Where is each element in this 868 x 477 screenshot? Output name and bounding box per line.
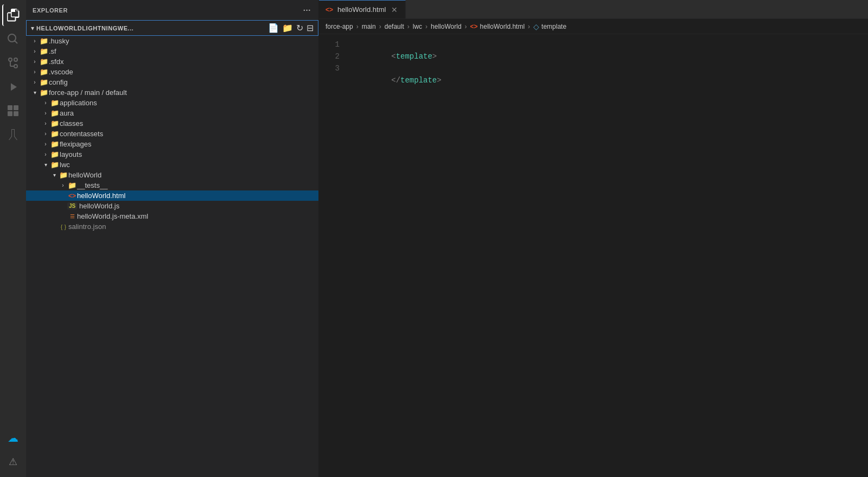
run-debug-icon[interactable] (2, 76, 24, 98)
tree-item-config[interactable]: › 📁 config (26, 77, 318, 87)
folder-icon: 📁 (39, 88, 49, 97)
chevron-icon: › (30, 48, 39, 54)
new-folder-icon[interactable]: 📁 (282, 23, 293, 33)
line-number-1: 1 (319, 39, 340, 50)
breadcrumb-file[interactable]: helloWorld.html (480, 23, 525, 30)
tree-item-lwc[interactable]: ▾ 📁 lwc (26, 160, 318, 170)
breadcrumb-forceapp[interactable]: force-app (326, 23, 353, 30)
item-label: helloWorld.js (77, 202, 318, 210)
item-label: salintro.json (68, 222, 318, 231)
chevron-icon: › (59, 182, 67, 188)
item-label: .husky (49, 37, 318, 45)
sidebar-header: EXPLORER ··· (26, 0, 318, 20)
chevron-icon: ▾ (41, 162, 50, 168)
tree-item-tests[interactable]: › 📁 __tests__ (26, 180, 318, 190)
item-label: helloWorld.html (77, 192, 318, 200)
html-breadcrumb-icon: <> (470, 23, 478, 30)
tree-item-helloworld-meta[interactable]: › ☰ helloWorld.js-meta.xml (26, 211, 318, 221)
breadcrumb-helloworld[interactable]: helloWorld (431, 23, 461, 30)
tree-item-aura[interactable]: › 📁 aura (26, 108, 318, 118)
breadcrumb-sep: › (425, 23, 427, 30)
breadcrumb: force-app › main › default › lwc › hello… (319, 19, 868, 34)
folder-icon: 📁 (67, 181, 77, 189)
template-breadcrumb-icon: ◇ (533, 22, 539, 31)
salesforce-icon[interactable]: ☁ (2, 427, 24, 449)
tree-item-husky[interactable]: › 📁 .husky (26, 36, 318, 46)
test-icon[interactable] (2, 124, 24, 145)
xml-file-icon: ☰ (67, 213, 77, 219)
tree-item-classes[interactable]: › 📁 classes (26, 118, 318, 129)
line-number-3: 3 (319, 62, 340, 74)
file-explorer: ▾ HELLOWORLDLIGHTNINGWE... 📄 📁 ↻ ⊟ › 📁 .… (26, 20, 318, 477)
refresh-icon[interactable]: ↻ (296, 23, 303, 33)
svg-rect-4 (14, 105, 18, 110)
root-folder-header[interactable]: ▾ HELLOWORLDLIGHTNINGWE... 📄 📁 ↻ ⊟ (26, 20, 318, 36)
tree-item-contentassets[interactable]: › 📁 contentassets (26, 129, 318, 139)
tab-close-button[interactable]: ✕ (390, 5, 399, 14)
item-label: helloWorld (68, 171, 318, 179)
token-tag: template (400, 76, 437, 85)
tree-item-applications[interactable]: › 📁 applications (26, 98, 318, 108)
tree-item-flexipages[interactable]: › 📁 flexipages (26, 139, 318, 149)
code-content[interactable]: <template> </template> (346, 34, 868, 477)
error-icon[interactable]: ⚠ (2, 451, 24, 473)
more-actions-button[interactable]: ··· (302, 4, 312, 16)
extensions-icon[interactable] (2, 100, 24, 122)
tree-item-layouts[interactable]: › 📁 layouts (26, 149, 318, 160)
folder-icon: 📁 (39, 78, 49, 86)
chevron-icon: › (41, 100, 50, 106)
tree-item-sf[interactable]: › 📁 .sf (26, 46, 318, 56)
chevron-icon: › (30, 38, 39, 44)
folder-icon: 📁 (39, 68, 49, 76)
folder-icon: 📁 (39, 37, 49, 45)
tree-item-helloworld-html[interactable]: › <> helloWorld.html (26, 190, 318, 201)
source-control-icon[interactable] (2, 52, 24, 74)
folder-icon: 📁 (39, 47, 49, 55)
breadcrumb-template[interactable]: template (541, 23, 566, 30)
line-number-2: 2 (319, 50, 340, 62)
token-bracket: < (391, 52, 395, 61)
collapse-icon[interactable]: ⊟ (307, 23, 314, 33)
token-slash: / (396, 76, 400, 85)
chevron-icon: › (41, 151, 50, 157)
svg-point-1 (14, 65, 17, 68)
tree-item-forceapp[interactable]: ▾ 📁 force-app / main / default (26, 87, 318, 98)
breadcrumb-default[interactable]: default (385, 23, 404, 30)
code-editor[interactable]: 1 2 3 <template> </template> (319, 34, 868, 477)
root-label: HELLOWORLDLIGHTNINGWE... (34, 25, 268, 31)
sidebar-header-icons: ··· (302, 4, 312, 16)
chevron-icon: › (59, 203, 67, 209)
folder-icon: 📁 (59, 171, 68, 179)
svg-point-2 (14, 58, 17, 61)
breadcrumb-sep: › (379, 23, 381, 30)
tab-helloworld-html[interactable]: <> helloWorld.html ✕ (319, 0, 406, 18)
files-icon[interactable] (2, 4, 24, 26)
line-numbers: 1 2 3 (319, 34, 346, 477)
new-file-icon[interactable]: 📄 (268, 23, 279, 33)
token-bracket: > (432, 52, 437, 61)
editor-area: <> helloWorld.html ✕ force-app › main › … (319, 0, 868, 477)
breadcrumb-main[interactable]: main (362, 23, 376, 30)
tab-label: helloWorld.html (337, 5, 386, 14)
chevron-icon: › (30, 59, 39, 65)
folder-icon: 📁 (50, 109, 60, 117)
chevron-icon: › (41, 120, 50, 126)
chevron-icon: › (50, 224, 59, 230)
tree-item-salintro[interactable]: › { } salintro.json (26, 221, 318, 232)
svg-point-0 (9, 58, 12, 61)
sidebar-title: EXPLORER (33, 7, 68, 14)
chevron-icon: ▾ (50, 172, 59, 178)
tree-item-helloworld[interactable]: ▾ 📁 helloWorld (26, 170, 318, 180)
breadcrumb-sep: › (356, 23, 359, 30)
tree-item-helloworld-js[interactable]: › JS helloWorld.js (26, 201, 318, 211)
code-line-3: </template> (355, 62, 868, 74)
item-label: lwc (60, 161, 318, 169)
folder-icon: 📁 (50, 119, 60, 128)
json-file-icon: { } (59, 224, 68, 230)
breadcrumb-sep: › (528, 23, 530, 30)
breadcrumb-lwc[interactable]: lwc (413, 23, 422, 30)
tree-item-sfdx[interactable]: › 📁 .sfdx (26, 56, 318, 67)
search-icon[interactable] (2, 28, 24, 50)
tree-item-vscode[interactable]: › 📁 .vscode (26, 67, 318, 77)
item-label: __tests__ (77, 181, 318, 189)
